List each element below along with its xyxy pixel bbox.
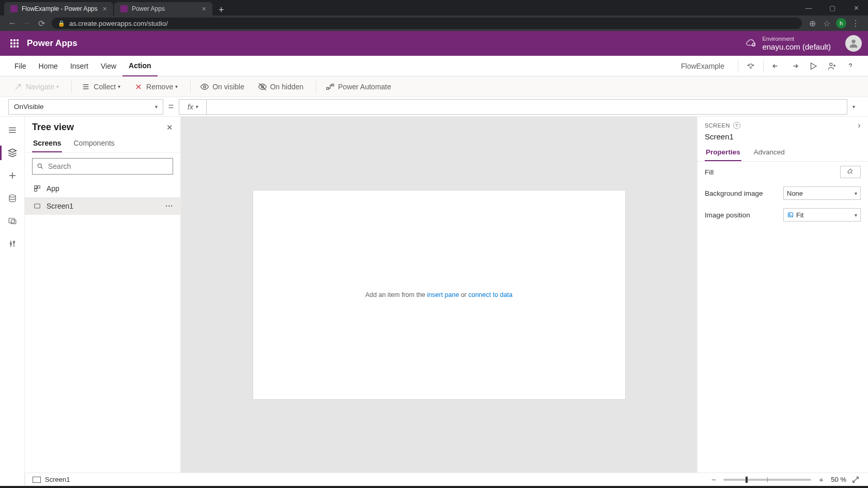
hamburger-button[interactable] [2,119,23,141]
equals-label: = [163,101,179,112]
insert-pane-link[interactable]: insert pane [427,291,459,298]
app-checker-icon[interactable] [741,57,760,75]
tab-advanced[interactable]: Advanced [753,146,786,161]
preview-button[interactable] [804,57,823,75]
tree-view-nav[interactable] [2,141,23,164]
window-maximize-button[interactable]: ▢ [820,0,844,15]
share-button[interactable] [823,57,841,75]
forward-button[interactable]: → [20,16,34,30]
tab-close-icon[interactable]: × [197,5,206,13]
browser-menu-icon[interactable]: ⋮ [848,19,863,28]
new-tab-button[interactable]: + [213,5,229,15]
taskbar-app-explorer[interactable] [105,486,126,488]
formula-input[interactable] [207,99,847,115]
property-selector[interactable]: OnVisible ▾ [8,99,163,115]
tree-view-panel: Tree view ✕ Screens Components App Scree… [25,117,181,473]
insert-nav[interactable] [2,164,23,187]
close-panel-icon[interactable]: ✕ [166,123,173,132]
expand-formula-icon[interactable]: ▾ [847,104,860,109]
tab-components[interactable]: Components [72,136,115,152]
svg-rect-8 [332,84,334,86]
taskbar-app-chrome[interactable] [167,486,188,488]
undo-button[interactable] [767,57,785,75]
taskbar-app-teams[interactable] [209,486,229,488]
app-launcher-button[interactable] [6,35,23,52]
expand-panel-icon[interactable]: › [858,121,861,130]
menu-view[interactable]: View [95,56,122,76]
taskbar-app-obs[interactable] [229,486,250,488]
chevron-down-icon: ▾ [195,104,198,109]
power-automate-button[interactable]: Power Automate [320,78,396,95]
taskbar-app-onenote[interactable] [188,486,209,488]
browser-tab-2[interactable]: Power Apps × [114,2,212,15]
remove-button[interactable]: Remove ▾ [129,78,183,95]
menu-home[interactable]: Home [33,56,64,76]
chevron-down-icon: ▾ [155,104,158,109]
data-nav[interactable] [2,187,23,210]
menu-file[interactable]: File [8,56,33,76]
taskbar-app-sticky[interactable] [147,486,167,488]
tree-search[interactable] [32,158,173,175]
svg-rect-10 [9,218,14,223]
fit-to-window-button[interactable] [851,476,861,484]
menu-insert[interactable]: Insert [64,56,95,76]
on-visible-button[interactable]: On visible [195,78,249,95]
zoom-icon[interactable]: ⊕ [805,19,819,28]
zoom-slider[interactable] [723,479,811,481]
tab-close-icon[interactable]: × [98,5,107,13]
zoom-out-button[interactable]: − [709,475,718,484]
taskbar-app-mail[interactable] [126,486,147,488]
canvas-area[interactable]: Add an item from the insert pane or conn… [181,117,698,473]
fx-button[interactable]: fx▾ [179,99,207,115]
search-input[interactable] [48,162,168,170]
user-avatar[interactable] [845,35,862,52]
more-options-icon[interactable]: ··· [165,202,173,210]
url-text: as.create.powerapps.com/studio/ [69,20,168,27]
breadcrumb[interactable]: Screen1 [33,476,70,483]
fill-color-button[interactable] [840,166,861,178]
menu-action[interactable]: Action [122,56,158,76]
redo-button[interactable] [785,57,804,75]
address-bar[interactable]: 🔒 as.create.powerapps.com/studio/ [52,18,802,29]
help-icon[interactable]: ? [733,122,740,129]
screen-canvas[interactable]: Add an item from the insert pane or conn… [253,191,625,399]
navigate-button[interactable]: Navigate ▾ [8,78,64,95]
chevron-down-icon: ▾ [855,212,857,218]
svg-rect-17 [35,189,37,192]
cortana-button[interactable] [43,486,64,488]
start-button[interactable] [2,486,23,488]
svg-point-9 [9,195,16,197]
tab-screens[interactable]: Screens [32,136,62,152]
back-button[interactable]: ← [5,16,20,30]
bg-image-select[interactable]: None ▾ [783,186,861,200]
task-view-button[interactable] [64,486,85,488]
tree-node-screen1[interactable]: Screen1 ··· [25,197,180,215]
browser-tab-strip: FlowExample - Power Apps × Power Apps × … [0,0,868,15]
browser-tab-1[interactable]: FlowExample - Power Apps × [4,2,113,15]
windows-taskbar: 1:43 PM 2020-09-05 [0,486,868,488]
collect-button[interactable]: Collect ▾ [76,78,126,95]
on-hidden-button[interactable]: On hidden [253,78,309,95]
window-close-button[interactable]: ✕ [844,0,868,15]
screen-icon [33,477,41,483]
taskbar-app-other[interactable] [250,486,271,488]
help-button[interactable] [841,57,860,75]
image-position-select[interactable]: Fit ▾ [783,208,861,222]
search-button[interactable] [23,486,43,488]
bookmark-icon[interactable]: ☆ [819,19,834,28]
lock-icon: 🔒 [58,20,65,27]
svg-point-2 [748,65,749,66]
connect-data-link[interactable]: connect to data [468,291,512,298]
media-nav[interactable] [2,210,23,232]
taskbar-app-edge[interactable] [85,486,105,488]
window-minimize-button[interactable]: — [797,0,820,15]
profile-avatar[interactable]: h [836,18,846,28]
environment-picker[interactable]: Environment enayu.com (default) [739,36,837,51]
reload-button[interactable]: ⟳ [34,16,49,30]
tree-node-app[interactable]: App [25,180,180,197]
zoom-in-button[interactable]: + [816,475,826,484]
advanced-tools-nav[interactable] [2,232,23,255]
tab-properties[interactable]: Properties [705,146,741,161]
app-name-label[interactable]: FlowExample [677,62,729,70]
element-name[interactable]: Screen1 [698,131,868,146]
